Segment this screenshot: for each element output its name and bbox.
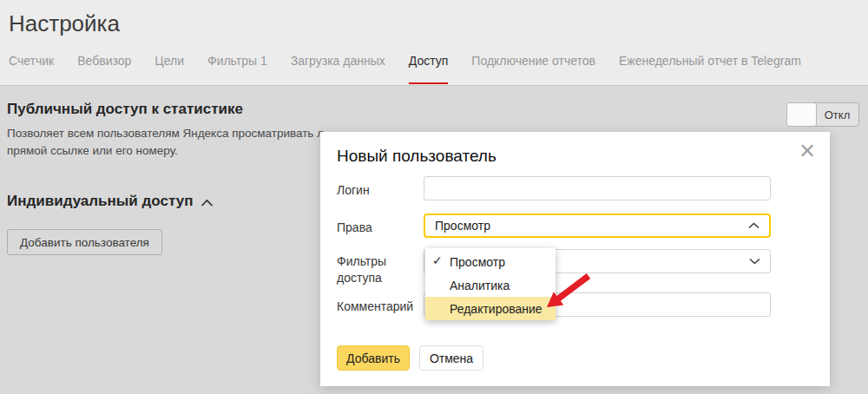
individual-access-heading: Индивидуальный доступ [7,193,214,210]
tab-webvisor[interactable]: Вебвизор [77,54,131,84]
description-line-1: Позволяет всем пользователям Яндекса про… [7,125,324,142]
login-label: Логин [337,182,417,199]
red-arrow-icon [538,271,592,316]
tab-counter[interactable]: Счетчик [9,54,54,84]
menu-option-label: Аналитика [450,279,510,292]
add-user-button[interactable]: Добавить пользователя [7,229,162,255]
tab-goals[interactable]: Цели [155,54,184,84]
rights-selected-value: Просмотр [435,219,748,233]
tab-telegram-report[interactable]: Еженедельный отчет в Telegram [619,54,801,84]
public-access-toggle[interactable]: Откл [786,102,859,127]
close-icon[interactable]: × [799,134,815,168]
new-user-modal: Новый пользователь × Логин Права Просмот… [320,132,830,386]
description-line-2: прямой ссылке или его номеру. [7,142,324,160]
toggle-knob[interactable] [786,102,817,127]
comment-label: Комментарий [337,299,417,315]
rights-dropdown-menu: ✓ Просмотр Аналитика Редактирование [425,248,556,320]
public-access-description: Позволяет всем пользователям Яндекса про… [7,125,324,160]
chevron-down-icon [749,258,760,265]
individual-access-heading-text: Индивидуальный доступ [7,193,193,210]
menu-option-label: Редактирование [450,302,542,316]
modal-button-row: Добавить Отмена [337,345,483,371]
toggle-state-label: Откл [816,103,858,126]
check-icon: ✓ [432,253,443,267]
tab-data-upload[interactable]: Загрузка данных [291,54,385,84]
menu-option-edit[interactable]: Редактирование [425,297,556,320]
page-header: Настройка Счетчик Вебвизор Цели Фильтры … [0,0,868,86]
tab-filters[interactable]: Фильтры 1 [207,54,267,84]
tab-bar: Счетчик Вебвизор Цели Фильтры 1 Загрузка… [9,54,868,84]
add-button[interactable]: Добавить [337,345,410,371]
rights-select[interactable]: Просмотр [424,213,771,238]
chevron-up-icon[interactable] [201,199,214,207]
tab-report-connection[interactable]: Подключение отчетов [471,54,595,84]
cancel-button[interactable]: Отмена [419,345,483,371]
modal-title: Новый пользователь [337,147,496,166]
menu-option-view[interactable]: ✓ Просмотр [425,250,556,273]
public-access-heading: Публичный доступ к статистике [7,101,243,118]
page-title: Настройка [9,10,120,37]
tab-access[interactable]: Доступ [409,54,449,84]
login-input[interactable] [424,177,770,200]
menu-option-label: Просмотр [450,255,505,269]
menu-option-analytics[interactable]: Аналитика [425,273,556,297]
login-field-box [424,176,771,200]
access-filters-label: Фильтры доступа [337,253,417,286]
rights-label: Права [337,220,417,236]
chevron-up-icon [748,222,760,229]
